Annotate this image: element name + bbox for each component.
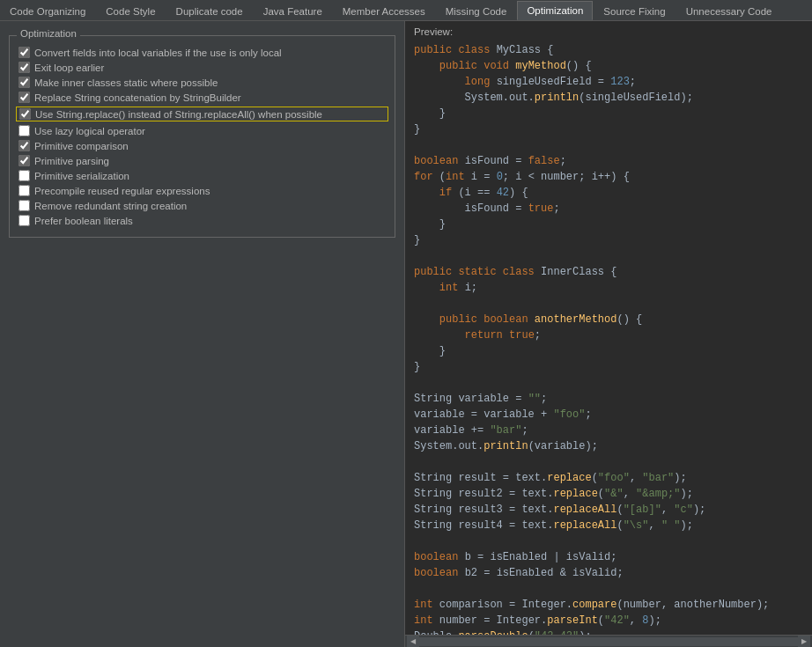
- checkbox-inner-classes[interactable]: Make inner classes static where possible: [18, 77, 386, 88]
- checkbox-prefer-boolean-label: Prefer boolean literals: [34, 216, 133, 226]
- scroll-track[interactable]: [419, 637, 798, 646]
- tab-member-accesses[interactable]: Member Accesses: [333, 1, 435, 20]
- scroll-left-arrow[interactable]: ◀: [407, 636, 419, 648]
- scroll-right-arrow[interactable]: ▶: [798, 636, 810, 648]
- tab-source-fixing[interactable]: Source Fixing: [594, 1, 675, 20]
- checkbox-replace-string-concat-label: Replace String concatenation by StringBu…: [34, 92, 241, 103]
- code-preview[interactable]: public class MyClass { public void myMet…: [405, 42, 812, 635]
- checkbox-convert-fields-label: Convert fields into local variables if t…: [34, 48, 282, 58]
- checkbox-remove-redundant-string-input[interactable]: [18, 200, 30, 211]
- main-content: Optimization Convert fields into local v…: [0, 21, 812, 647]
- checkbox-remove-redundant-string[interactable]: Remove redundant string creation: [18, 200, 386, 211]
- tab-duplicate-code[interactable]: Duplicate code: [166, 1, 253, 20]
- checkbox-primitive-comparison-label: Primitive comparison: [34, 141, 129, 151]
- checkbox-primitive-serialization[interactable]: Primitive serialization: [18, 170, 386, 181]
- horizontal-scrollbar[interactable]: ◀ ▶: [405, 635, 812, 647]
- checkbox-precompile-regex-input[interactable]: [18, 185, 30, 196]
- checkbox-use-string-replace[interactable]: Use String.replace() instead of String.r…: [16, 107, 388, 121]
- checkbox-exit-loop[interactable]: Exit loop earlier: [18, 62, 386, 73]
- checkbox-lazy-logical-input[interactable]: [18, 125, 30, 136]
- optimization-group: Optimization Convert fields into local v…: [9, 35, 395, 238]
- tab-code-organizing[interactable]: Code Organizing: [0, 1, 95, 20]
- tab-java-feature[interactable]: Java Feature: [254, 1, 332, 20]
- checkbox-use-string-replace-input[interactable]: [19, 108, 31, 120]
- checkbox-primitive-parsing[interactable]: Primitive parsing: [18, 155, 386, 166]
- checkbox-inner-classes-label: Make inner classes static where possible: [34, 77, 218, 88]
- checkbox-lazy-logical-label: Use lazy logical operator: [34, 126, 145, 136]
- checkbox-convert-fields[interactable]: Convert fields into local variables if t…: [18, 47, 386, 58]
- checkbox-exit-loop-label: Exit loop earlier: [34, 62, 104, 73]
- checkbox-lazy-logical[interactable]: Use lazy logical operator: [18, 125, 386, 136]
- checkbox-primitive-parsing-label: Primitive parsing: [34, 156, 109, 166]
- checkbox-remove-redundant-string-label: Remove redundant string creation: [34, 201, 187, 211]
- checkbox-exit-loop-input[interactable]: [18, 62, 30, 73]
- group-title: Optimization: [17, 28, 80, 39]
- tab-missing-code[interactable]: Missing Code: [436, 1, 517, 20]
- checkbox-prefer-boolean-input[interactable]: [18, 215, 30, 226]
- left-panel: Optimization Convert fields into local v…: [0, 21, 405, 647]
- checkbox-primitive-parsing-input[interactable]: [18, 155, 30, 166]
- checkbox-primitive-comparison[interactable]: Primitive comparison: [18, 140, 386, 151]
- checkbox-precompile-regex-label: Precompile reused regular expressions: [34, 186, 210, 196]
- checkbox-replace-string-concat-input[interactable]: [18, 92, 30, 103]
- checkbox-precompile-regex[interactable]: Precompile reused regular expressions: [18, 185, 386, 196]
- tab-code-style[interactable]: Code Style: [96, 1, 165, 20]
- checkbox-primitive-serialization-input[interactable]: [18, 170, 30, 181]
- checkbox-inner-classes-input[interactable]: [18, 77, 30, 88]
- tab-bar: Code Organizing Code Style Duplicate cod…: [0, 0, 812, 21]
- tab-optimization[interactable]: Optimization: [517, 1, 593, 20]
- right-panel: Preview: public class MyClass { public v…: [405, 21, 812, 647]
- checkbox-prefer-boolean[interactable]: Prefer boolean literals: [18, 215, 386, 226]
- checkbox-primitive-comparison-input[interactable]: [18, 140, 30, 151]
- checkbox-primitive-serialization-label: Primitive serialization: [34, 171, 129, 181]
- tab-unnecessary-code[interactable]: Unnecessary Code: [676, 1, 782, 20]
- preview-header: Preview:: [405, 21, 812, 42]
- checkbox-replace-string-concat[interactable]: Replace String concatenation by StringBu…: [18, 92, 386, 103]
- checkbox-convert-fields-input[interactable]: [18, 47, 30, 58]
- checkbox-use-string-replace-label: Use String.replace() instead of String.r…: [35, 109, 322, 120]
